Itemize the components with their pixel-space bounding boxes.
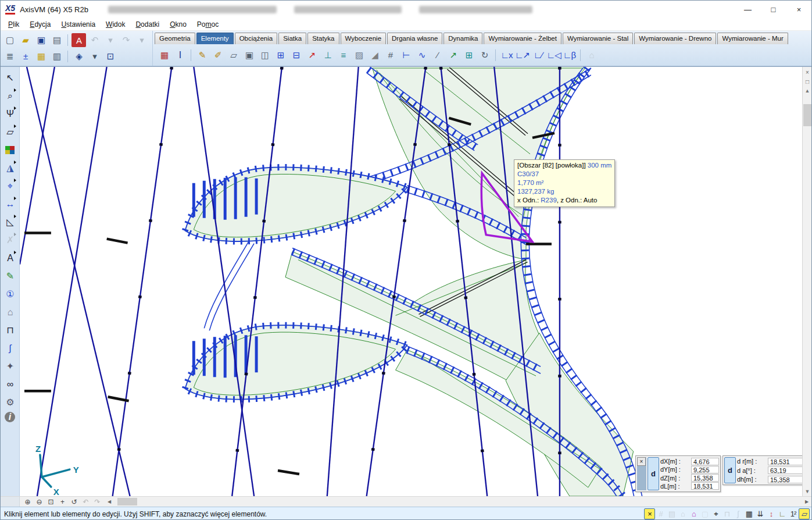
coordinate-value[interactable]: 18,531 xyxy=(691,482,719,490)
number-format-icon[interactable]: 1² xyxy=(788,508,799,519)
tab-wymiarowanie-stal[interactable]: Wymiarowanie - Stal xyxy=(563,33,633,44)
zoom-fit-icon[interactable]: ⊡ xyxy=(45,497,56,507)
tab-wymiarowanie-mur[interactable]: Wymiarowanie - Mur xyxy=(717,33,788,44)
mesh-generation-icon[interactable]: ⊞ xyxy=(462,48,476,62)
color-coding-icon[interactable] xyxy=(2,141,18,158)
new-model-icon[interactable]: ▢ xyxy=(2,33,17,47)
edge-hinge-icon[interactable]: ⊢ xyxy=(399,48,413,62)
display-mode-icon[interactable]: ∞ xyxy=(2,376,18,393)
zoom-tools-icon[interactable]: ⌕ xyxy=(2,87,18,104)
drawings-library-menu-icon[interactable]: ▾ xyxy=(87,49,102,63)
menu-okno[interactable]: Okno xyxy=(164,19,192,30)
truss-frame-icon[interactable]: # xyxy=(383,48,398,62)
options-icon[interactable]: ⚙ xyxy=(2,394,18,411)
coordinate-value[interactable]: 15,358 xyxy=(691,474,719,482)
background-layer-edit-icon[interactable]: ✎ xyxy=(2,268,18,284)
open-model-icon[interactable]: ▰ xyxy=(18,33,33,47)
save-to-library-icon[interactable]: ⊡ xyxy=(103,49,117,63)
local-system-x-icon[interactable]: ∟x xyxy=(499,48,514,62)
report-maker-icon[interactable]: ▥ xyxy=(49,49,64,63)
coordinate-value[interactable]: 15,358 xyxy=(768,476,802,483)
layer-manager-icon[interactable]: ≣ xyxy=(2,49,17,63)
domain-hole-icon[interactable]: ▣ xyxy=(242,48,256,62)
rigid-element-icon[interactable]: ◢ xyxy=(367,48,382,62)
zoom-out-icon[interactable]: ⊖ xyxy=(34,497,44,507)
perspective-icon[interactable]: ▱ xyxy=(799,508,810,519)
surface-support-icon[interactable]: ▨ xyxy=(352,48,366,62)
view-direction-icon[interactable]: Ψ xyxy=(2,105,18,122)
domain-intersect-icon[interactable]: ◫ xyxy=(257,48,272,62)
reference-axis-icon[interactable]: ↗ xyxy=(305,48,319,62)
measure-angle-icon[interactable]: ◺ xyxy=(2,213,18,230)
hscroll-thumb[interactable] xyxy=(117,498,137,505)
minimize-button[interactable]: — xyxy=(735,1,760,18)
cross-section-browser-icon[interactable]: Ⅰ xyxy=(173,48,187,62)
tab-siatka[interactable]: Siatka xyxy=(278,33,306,44)
selection-cursor-icon[interactable]: ↖ xyxy=(2,69,18,86)
model-info-icon[interactable]: i xyxy=(5,412,15,422)
gap-element-icon[interactable]: ∕ xyxy=(430,48,445,62)
tab-dynamika[interactable]: Dynamika xyxy=(443,33,482,44)
tab-elementy[interactable]: Elementy xyxy=(196,33,234,44)
child-restore-button[interactable]: □ xyxy=(803,77,811,86)
hscroll-right-button[interactable]: ▶ xyxy=(802,499,811,504)
horizontal-scrollbar[interactable] xyxy=(114,497,802,507)
searchlight-icon[interactable]: ✦ xyxy=(2,358,18,375)
rotate-view-icon[interactable]: ↺ xyxy=(69,497,79,507)
coordinate-value[interactable]: 4,676 xyxy=(691,458,719,465)
elevation-marker-icon[interactable]: ± xyxy=(18,49,33,63)
print-icon[interactable]: ▤ xyxy=(49,33,64,47)
workplanes-icon[interactable]: ▱ xyxy=(2,123,18,140)
tab-obci-enia[interactable]: Obciążenia xyxy=(235,33,278,44)
menu-dodatki[interactable]: Dodatki xyxy=(130,19,164,30)
sections-icon[interactable]: ⊓ xyxy=(2,322,18,339)
menu-ustawienia[interactable]: Ustawienia xyxy=(56,19,101,30)
link-element-icon[interactable]: ↗ xyxy=(446,48,460,62)
domain-modify-icon[interactable]: ⊟ xyxy=(289,48,303,62)
child-close-button[interactable]: × xyxy=(803,68,811,76)
local-system-plane-icon[interactable]: ∟◁ xyxy=(546,48,561,62)
menu-pomoc[interactable]: Pomoc xyxy=(192,19,224,30)
table-browser-icon[interactable]: ▦ xyxy=(34,49,48,63)
menu-edycja[interactable]: Edycja xyxy=(24,19,56,30)
dimension-lines-icon[interactable]: ↔ xyxy=(2,195,18,212)
pdf-export-icon[interactable]: A xyxy=(71,33,86,47)
delta-mode-xyz-button[interactable]: d xyxy=(648,457,659,490)
local-system-line-icon[interactable]: ∟∕ xyxy=(531,48,545,62)
save-model-icon[interactable]: ▣ xyxy=(34,33,48,47)
hscroll-left-button[interactable]: ◀ xyxy=(105,499,114,504)
model-canvas[interactable]: Z Y X [Obszar [82] [powłoka]] 300 mmC30/… xyxy=(20,67,802,496)
coordinate-value[interactable]: 18,531 xyxy=(768,458,802,465)
reaction-display-icon[interactable]: ↕ xyxy=(766,508,777,519)
material-browser-icon[interactable]: ▦ xyxy=(157,48,171,62)
geometry-transform-icon[interactable]: ◮ xyxy=(2,159,18,176)
line-support-icon[interactable]: ≡ xyxy=(336,48,350,62)
mesh-display-icon[interactable]: ▦ xyxy=(743,508,754,519)
local-system-vector-icon[interactable]: ∟↗ xyxy=(515,48,530,62)
tab-drgania-w-asne[interactable]: Drgania własne xyxy=(387,33,442,44)
spring-element-icon[interactable]: ∿ xyxy=(414,48,429,62)
renumbering-icon[interactable]: ① xyxy=(2,286,18,302)
tab-wymiarowanie-elbet[interactable]: Wymiarowanie - Żelbet xyxy=(484,33,561,44)
snap-intersection-icon[interactable]: × xyxy=(644,508,655,519)
tab-geometria[interactable]: Geometria xyxy=(155,33,195,44)
maximize-button[interactable]: □ xyxy=(760,1,786,18)
drag-center-icon[interactable]: ⌖ xyxy=(710,508,721,519)
nodal-support-icon[interactable]: ⊥ xyxy=(320,48,335,62)
tab-wyboczenie[interactable]: Wyboczenie xyxy=(341,33,387,44)
drawings-library-icon[interactable]: ◈ xyxy=(71,49,86,63)
coordinate-value[interactable]: 63,19 xyxy=(768,466,802,474)
zoom-in-icon[interactable]: ⊕ xyxy=(22,497,33,507)
pan-icon[interactable]: + xyxy=(57,497,67,507)
domain-icon[interactable]: ▱ xyxy=(226,48,241,62)
vscroll-thumb[interactable] xyxy=(803,104,811,126)
vscroll-down-button[interactable]: ▼ xyxy=(803,487,811,496)
tab-statyka[interactable]: Statyka xyxy=(307,33,339,44)
text-annotation-icon[interactable]: A xyxy=(2,250,18,266)
tab-wymiarowanie-drewno[interactable]: Wymiarowanie - Drewno xyxy=(634,33,716,44)
move-drag-icon[interactable]: ⌖ xyxy=(2,177,18,194)
parts-icon[interactable]: ⌂ xyxy=(2,304,18,320)
vertical-scrollbar[interactable]: × □ ▲ ▼ xyxy=(802,67,811,496)
coordinate-value[interactable]: 9,255 xyxy=(691,466,719,473)
local-axes-icon[interactable]: ∟ xyxy=(777,508,788,519)
